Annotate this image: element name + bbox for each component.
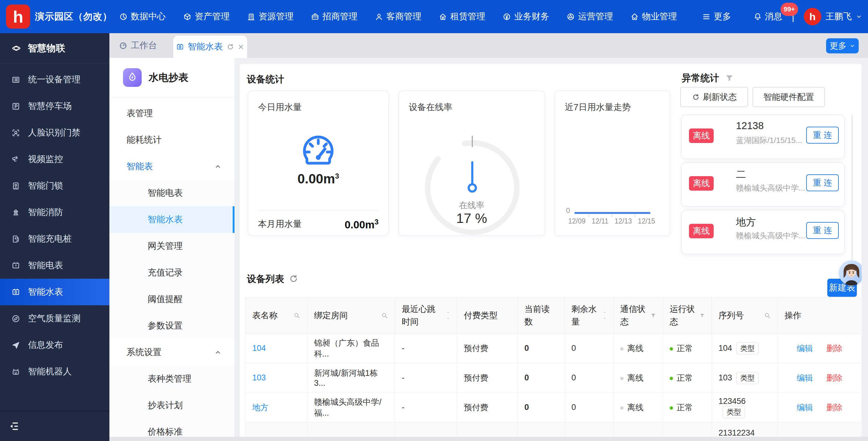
type-tag[interactable]: 类型 [723,406,745,418]
tab-workbench[interactable]: 工作台 [119,33,157,58]
cell [457,422,518,437]
sort-icon[interactable] [446,311,450,320]
edit-link[interactable]: 编辑 [797,403,813,412]
column-label: 表名称 [252,309,278,322]
sidebar-item-meter-drop[interactable]: 智能水表 [0,279,110,305]
top-nav-menu: 数据中心资产管理资源管理招商管理客商管理租赁管理业务财务运营管理物业管理 [119,0,677,33]
cell-run-status: 正常 [663,333,712,363]
tab-close-icon[interactable] [238,43,244,50]
top-nav-right: 更多 消息 99+ h 王鹏飞 [702,0,862,33]
paper-plane-icon [11,341,20,350]
sidebar-item-label: 统一设备管理 [28,74,81,86]
sidebar-item-meter-bolt[interactable]: 智能电表 [0,252,110,279]
submenu-item[interactable]: 阈值提醒 [110,286,235,313]
filter-icon[interactable] [650,312,656,319]
submenu-item[interactable]: 表管理 [110,100,235,127]
submenu-item[interactable]: 抄表计划 [110,392,235,419]
sidebar-item-face-scan[interactable]: 人脸识别门禁 [0,119,110,146]
sort-icon[interactable] [602,311,607,320]
brand-logo[interactable]: h [6,4,30,29]
device-stats-title: 设备统计 [247,73,284,86]
collapse-sidebar-icon[interactable] [8,421,19,432]
sidebar-item-parking[interactable]: 智慧停车场 [0,93,110,119]
type-tag[interactable]: 类型 [736,372,758,384]
type-tag[interactable]: 类型 [736,342,758,354]
search-icon[interactable] [293,312,301,319]
cell-heartbeat: - [395,363,457,393]
nav-item-house-yen[interactable]: 租赁管理 [439,10,485,23]
exception-list-scrollbar[interactable] [851,115,853,260]
card-today-title: 今日用水量 [258,101,302,113]
delete-link[interactable]: 删除 [827,374,843,382]
search-icon[interactable] [381,312,388,319]
nav-item-pie[interactable]: 数据中心 [119,10,166,23]
tabbar-more-button[interactable]: 更多 [826,38,859,53]
sidebar-item-leaf[interactable]: 空气质量监测 [0,305,110,332]
submenu-item[interactable]: 网关管理 [110,233,235,259]
device-table: 表名称绑定房间最近心跳时间付费类型当前读数剩余水量通信状态运行状态序列号操作10… [245,297,861,437]
search-icon[interactable] [764,312,771,319]
nav-item-home[interactable]: 物业管理 [630,10,677,23]
axis-tick [588,214,589,217]
submenu-item[interactable]: 价格标准 [110,419,235,437]
column-header[interactable]: 通信状态 [614,297,663,333]
month-usage-value: 0.00m3 [344,218,378,231]
month-usage-row: 本月用水量 0.00m3 [258,218,378,231]
nav-item-building[interactable]: 资源管理 [247,10,293,23]
caret-down-icon [602,316,607,320]
filter-icon[interactable] [700,312,705,319]
nav-item-label: 客商管理 [386,10,421,23]
refresh-status-button[interactable]: 刷新状态 [680,87,748,107]
reconnect-button[interactable]: 重连 [806,222,839,239]
reconnect-button[interactable]: 重连 [806,127,839,144]
assistant-avatar[interactable] [839,260,862,286]
device-name-link[interactable]: 地方 [252,403,269,412]
submenu-title: 水电抄表 [149,58,188,97]
cell-heartbeat: - [395,393,457,422]
nav-item-aperture[interactable]: 运营管理 [567,10,613,23]
delete-link[interactable]: 删除 [827,403,843,412]
delete-link[interactable]: 删除 [827,344,843,353]
submenu-item[interactable]: 系统设置 [110,339,235,365]
submenu-item[interactable]: 智能电表 [110,180,235,206]
sidebar-item-cctv[interactable]: 视频监控 [0,146,110,173]
column-header[interactable]: 绑定房间 [307,297,395,333]
filter-icon[interactable] [725,74,734,83]
user-menu[interactable]: h 王鹏飞 [804,8,862,25]
column-header[interactable]: 表名称 [246,297,307,333]
edit-link[interactable]: 编辑 [797,374,813,382]
device-list-refresh-icon[interactable] [288,274,298,284]
tabbar-more-label: 更多 [830,40,846,52]
column-header[interactable]: 序列号 [712,297,778,333]
hardware-config-button[interactable]: 智能硬件配置 [752,87,825,107]
nav-item-briefcase[interactable]: 招商管理 [311,10,358,23]
sidebar-item-door-lock[interactable]: 智能门锁 [0,173,110,199]
column-header[interactable]: 最近心跳时间 [395,297,457,333]
device-name-link[interactable]: 104 [252,344,266,353]
nav-item-yen-circle[interactable]: 业务财务 [503,10,549,23]
submenu-item[interactable]: 充值记录 [110,259,235,286]
sidebar-item-hydrant[interactable]: 智能消防 [0,199,110,226]
submenu-item[interactable]: 能耗统计 [110,127,235,153]
tab-refresh-icon[interactable] [226,43,234,51]
sidebar-item-charger[interactable]: 智能充电桩 [0,226,110,252]
messages-button[interactable]: 消息 99+ [753,10,782,23]
column-header[interactable]: 运行状态 [663,297,712,333]
nav-item-person[interactable]: 客商管理 [375,10,421,23]
cell-room: 锦昶（广东）食品科... [307,333,395,363]
submenu-item[interactable]: 参数设置 [110,313,235,339]
tab-smart-water-meter[interactable]: 智能水表 [173,36,247,58]
column-header[interactable]: 剩余水量 [565,297,614,333]
edit-link[interactable]: 编辑 [797,344,813,353]
submenu-item-label: 参数设置 [148,320,183,332]
submenu-item[interactable]: 智能表 [110,153,235,180]
nav-item-cube[interactable]: 资产管理 [183,10,230,23]
sidebar-item-paper-plane[interactable]: 信息发布 [0,332,110,358]
sidebar-item-robot[interactable]: 智能机器人 [0,358,110,385]
nav-item-more[interactable]: 更多 [702,10,731,23]
device-name-link[interactable]: 103 [252,373,266,382]
reconnect-button[interactable]: 重连 [806,174,839,191]
sidebar-item-device-list[interactable]: 统一设备管理 [0,66,110,93]
submenu-item[interactable]: 智能水表 [110,206,235,233]
submenu-item[interactable]: 表种类管理 [110,365,235,392]
